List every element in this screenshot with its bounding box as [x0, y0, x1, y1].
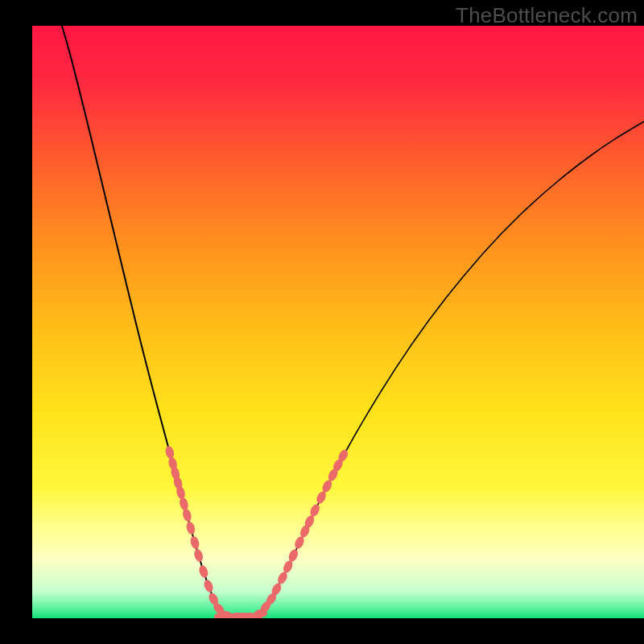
plot-area	[32, 26, 644, 618]
chart-svg	[32, 26, 644, 618]
branch-marker	[254, 609, 267, 617]
chart-frame: TheBottleneck.com	[0, 0, 644, 644]
watermark-text: TheBottleneck.com	[456, 3, 638, 28]
gradient-background	[32, 26, 644, 618]
